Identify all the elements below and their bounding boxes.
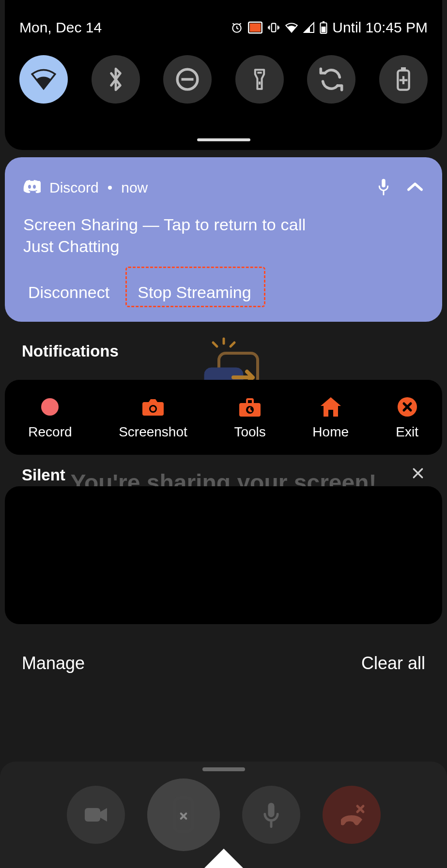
qs-dnd-tile[interactable] (163, 55, 212, 104)
svg-rect-11 (322, 27, 326, 32)
svg-rect-27 (85, 808, 100, 822)
silent-notification-card[interactable] (5, 486, 442, 624)
cast-icon (248, 21, 262, 34)
tools-label: Tools (234, 424, 265, 440)
status-icons: Until 10:45 PM (231, 19, 428, 36)
screen-recorder-notification[interactable]: Record Screenshot Tools Home Exit (5, 380, 442, 455)
svg-rect-17 (401, 67, 406, 71)
status-bar: Mon, Dec 14 Until 10:45 PM (19, 19, 428, 36)
svg-rect-7 (250, 23, 261, 32)
status-date: Mon, Dec 14 (19, 19, 102, 36)
manage-button[interactable]: Manage (22, 653, 85, 673)
screenshot-label: Screenshot (119, 424, 187, 440)
wifi-status-icon (285, 22, 298, 33)
svg-line-4 (231, 343, 234, 346)
exit-button[interactable]: Exit (396, 395, 419, 440)
discord-subtitle: Just Chatting (23, 237, 424, 256)
discord-time: now (121, 180, 148, 196)
svg-rect-20 (382, 179, 385, 188)
svg-rect-30 (268, 803, 274, 817)
discord-title: Screen Sharing — Tap to return to call (23, 215, 424, 234)
quick-settings-panel: Mon, Dec 14 Until 10:45 PM (5, 0, 442, 150)
qs-wifi-tile[interactable] (19, 55, 68, 104)
svg-point-24 (151, 406, 155, 411)
qs-bluetooth-tile[interactable] (92, 55, 140, 104)
silent-section-label: Silent (22, 466, 65, 484)
stop-streaming-button[interactable]: Stop Streaming (133, 280, 256, 305)
call-bar-handle[interactable] (202, 767, 245, 771)
discord-icon (23, 180, 41, 196)
qs-rotate-tile[interactable] (307, 55, 355, 104)
discord-app-name: Discord (49, 180, 99, 196)
quick-settings-tiles (19, 55, 428, 104)
svg-line-3 (213, 343, 217, 346)
notifications-section-label: Notifications (22, 342, 119, 360)
vibrate-icon (267, 21, 280, 34)
exit-icon (396, 395, 419, 419)
screenshot-button[interactable]: Screenshot (119, 395, 187, 440)
toolbox-icon (238, 395, 262, 419)
svg-point-22 (41, 398, 59, 416)
exit-label: Exit (396, 424, 418, 440)
hangup-button[interactable] (323, 786, 381, 844)
home-button[interactable]: Home (312, 395, 349, 440)
discord-notification[interactable]: Discord • now Screen Sharing — Tap to re… (5, 157, 442, 322)
alarm-icon (231, 21, 243, 34)
signal-icon (303, 22, 315, 33)
status-until: Until 10:45 PM (332, 19, 428, 36)
battery-icon (320, 21, 327, 34)
record-icon (38, 395, 62, 419)
tools-button[interactable]: Tools (234, 395, 265, 440)
record-label: Record (28, 424, 72, 440)
qs-flashlight-tile[interactable] (235, 55, 284, 104)
home-label: Home (312, 424, 349, 440)
mic-icon[interactable] (376, 178, 391, 198)
camera-toggle-button[interactable] (67, 786, 125, 844)
record-button[interactable]: Record (28, 395, 72, 440)
svg-rect-10 (323, 21, 324, 23)
separator-dot: • (108, 180, 113, 196)
clear-all-button[interactable]: Clear all (361, 653, 425, 673)
silent-close-button[interactable] (411, 466, 425, 482)
camera-icon (141, 395, 165, 419)
collapse-icon[interactable] (406, 181, 424, 194)
stop-share-button[interactable] (147, 778, 220, 851)
svg-rect-8 (272, 23, 276, 31)
disconnect-button[interactable]: Disconnect (23, 280, 114, 305)
pull-up-indicator (204, 849, 243, 868)
qs-expand-handle[interactable] (197, 138, 250, 141)
mic-toggle-button[interactable] (242, 786, 300, 844)
home-icon (319, 395, 342, 419)
qs-battery-saver-tile[interactable] (379, 55, 428, 104)
